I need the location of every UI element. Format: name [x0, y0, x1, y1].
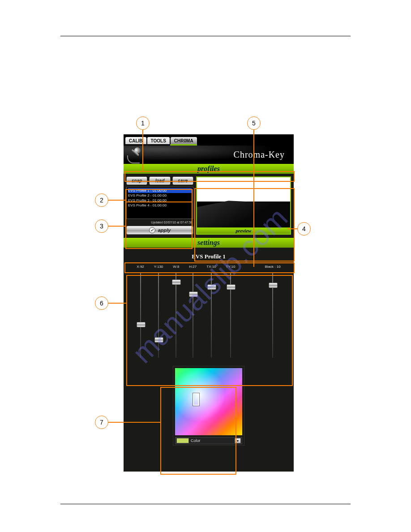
- page-title: Chroma-Key: [234, 150, 285, 160]
- settings-header: settings: [124, 237, 294, 248]
- apply-label: apply: [158, 227, 171, 233]
- settings-section: EVS Profile 1 X:92 Y:130 W:8 H:27: [124, 248, 294, 454]
- slider-black[interactable]: [272, 273, 273, 358]
- color-swatch: [176, 438, 189, 443]
- color-picker: Color ▼: [173, 366, 244, 446]
- color-picker-canvas[interactable]: [175, 368, 242, 435]
- tab-bar: CALIB TOOLS CHR0MA: [124, 134, 294, 144]
- save-button[interactable]: save: [172, 176, 193, 185]
- preview-pane: preview: [196, 176, 291, 235]
- slider-label-black: Black : 10: [265, 265, 281, 270]
- callout-2: 2: [95, 193, 108, 207]
- apply-button[interactable]: ✓ apply: [126, 226, 193, 235]
- callout-3: 3: [95, 219, 108, 233]
- slider-ty[interactable]: [230, 273, 231, 358]
- list-item[interactable]: EVS Profile 2 - 01:00:00: [128, 193, 192, 198]
- settings-title: EVS Profile 1: [192, 253, 226, 260]
- slider-label-y: Y:130: [154, 265, 163, 270]
- dropdown-icon[interactable]: ▼: [235, 438, 241, 443]
- snap-button[interactable]: snap: [126, 176, 147, 185]
- color-picker-footer[interactable]: Color ▼: [175, 437, 242, 444]
- list-item[interactable]: EVS Profile 1 - 01:00:00: [128, 188, 192, 193]
- title-bar: Chroma-Key: [124, 146, 294, 163]
- slider-row: X:92 Y:130 W:8 H:27 TX:10: [133, 265, 284, 358]
- list-item[interactable]: EVS Profile 3 - 01:00:00: [128, 198, 192, 203]
- profiles-header: profiles: [124, 163, 294, 174]
- profiles-section: snap load save EVS Profile 1 - 01:00:00 …: [124, 174, 294, 237]
- color-picker-cursor[interactable]: [193, 393, 199, 406]
- slider-label-x: X:92: [137, 265, 144, 270]
- callout-1: 1: [136, 116, 150, 130]
- load-button[interactable]: load: [149, 176, 170, 185]
- slider-label-h: H:27: [189, 265, 197, 270]
- callout-6: 6: [95, 296, 108, 310]
- microphone-icon: [126, 144, 144, 164]
- profile-list[interactable]: EVS Profile 1 - 01:00:00 EVS Profile 2 -…: [126, 187, 193, 219]
- slider-w[interactable]: [176, 273, 176, 358]
- list-item[interactable]: EVS Profile 4 - 01:00:00: [128, 203, 192, 208]
- chroma-key-panel: CALIB TOOLS CHR0MA Chroma-Key profiles s…: [124, 134, 294, 472]
- slider-x[interactable]: [140, 273, 141, 358]
- profile-buttons: snap load save: [126, 176, 193, 185]
- slider-label-tx: TX:10: [206, 265, 216, 270]
- slider-label-w: W:8: [173, 265, 179, 270]
- check-icon: ✓: [149, 227, 155, 233]
- tab-calib[interactable]: CALIB: [125, 137, 146, 144]
- tab-chroma[interactable]: CHR0MA: [171, 137, 197, 144]
- slider-tx[interactable]: [211, 273, 212, 358]
- callout-7: 7: [95, 416, 108, 429]
- updated-timestamp: Updated 02/07/10 at 07:47:58: [126, 221, 193, 224]
- slider-label-ty: TY:10: [226, 265, 235, 270]
- color-picker-label: Color: [191, 438, 233, 443]
- callout-5: 5: [247, 116, 261, 130]
- preview-label: preview: [197, 227, 290, 234]
- preview-image: [197, 177, 290, 227]
- slider-y[interactable]: [158, 273, 159, 358]
- tab-tools[interactable]: TOOLS: [147, 137, 170, 144]
- slider-h[interactable]: [193, 273, 193, 358]
- callout-4: 4: [297, 222, 311, 236]
